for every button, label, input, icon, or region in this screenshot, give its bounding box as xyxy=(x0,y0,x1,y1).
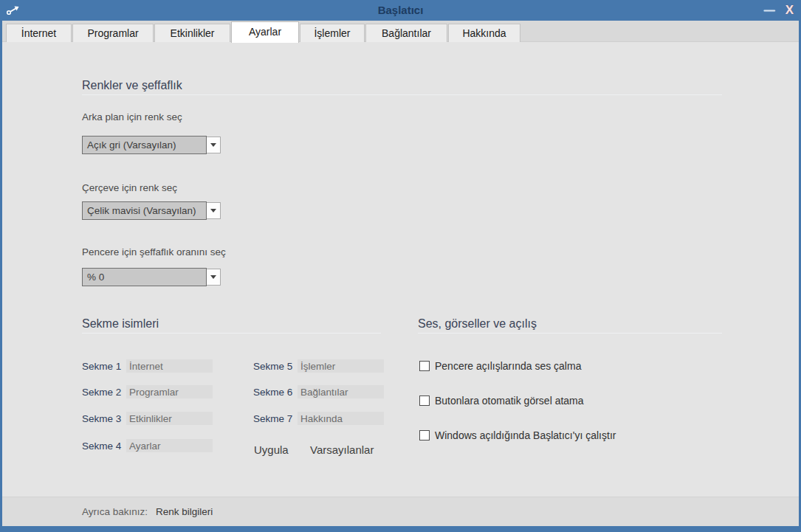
sound-checkbox-label: Pencere açılışlarında ses çalma xyxy=(435,360,581,372)
chevron-down-icon[interactable] xyxy=(207,137,221,153)
title-bar: Başlatıcı — X xyxy=(0,0,801,21)
transparency-label: Pencere için şeffaflık oranını seç xyxy=(82,246,226,258)
startup-checkbox-label: Windows açıldığında Başlatıcı'yı çalıştı… xyxy=(435,429,616,441)
sound-checkbox[interactable] xyxy=(419,361,430,371)
window-controls: — X xyxy=(764,0,794,21)
footer-bar: Ayrıca bakınız: Renk bilgileri xyxy=(2,497,799,526)
frame-color-label: Çerçeve için renk seç xyxy=(82,182,177,193)
sekme-7-label: Sekme 7 xyxy=(253,413,292,424)
sekme-2-input[interactable] xyxy=(126,385,213,398)
colors-section-title: Renkler ve şeffaflık xyxy=(82,79,182,92)
color-info-link[interactable]: Renk bilgileri xyxy=(156,506,213,517)
sekme-5-label: Sekme 5 xyxy=(253,361,292,372)
window-bottom-border xyxy=(0,526,801,532)
transparency-value: % 0 xyxy=(82,268,207,286)
settings-panel: Renkler ve şeffaflık Arka plan için renk… xyxy=(2,42,799,497)
visuals-checkbox-label: Butonlara otomatik görsel atama xyxy=(435,395,584,407)
background-color-select[interactable]: Açık gri (Varsayılan) xyxy=(82,136,221,154)
close-button[interactable]: X xyxy=(785,0,794,21)
sekme-3-label: Sekme 3 xyxy=(82,413,121,424)
sekme-4-label: Sekme 4 xyxy=(82,441,121,452)
sekme-1-label: Sekme 1 xyxy=(82,361,121,372)
transparency-select[interactable]: % 0 xyxy=(82,268,221,286)
chevron-down-icon[interactable] xyxy=(207,202,221,219)
tab-programlar[interactable]: Programlar xyxy=(72,24,154,42)
app-window: Başlatıcı — X İnternet Programlar Etkinl… xyxy=(0,0,801,532)
checkbox-row-visuals[interactable]: Butonlara otomatik görsel atama xyxy=(419,395,584,407)
startup-checkbox[interactable] xyxy=(419,430,430,441)
background-color-label: Arka plan için renk seç xyxy=(82,111,182,122)
checkbox-row-startup[interactable]: Windows açıldığında Başlatıcı'yı çalıştı… xyxy=(419,429,616,441)
sekme-7-input[interactable] xyxy=(298,412,384,425)
minimize-button[interactable]: — xyxy=(764,0,775,21)
sekme-5-input[interactable] xyxy=(298,359,384,373)
chevron-down-icon[interactable] xyxy=(207,269,221,286)
window-title: Başlatıcı xyxy=(0,0,801,21)
tab-baglantilar[interactable]: Bağlantılar xyxy=(365,24,447,42)
defaults-button[interactable]: Varsayılanlar xyxy=(310,443,374,456)
visuals-checkbox[interactable] xyxy=(419,395,430,406)
sekme-2-label: Sekme 2 xyxy=(82,387,121,398)
checkbox-row-sound[interactable]: Pencere açılışlarında ses çalma xyxy=(419,360,581,372)
colors-section-rule xyxy=(82,94,722,95)
sekme-6-label: Sekme 6 xyxy=(253,387,292,398)
see-also-label: Ayrıca bakınız: xyxy=(82,506,148,517)
frame-color-value: Çelik mavisi (Varsayılan) xyxy=(82,201,207,220)
tab-islemler[interactable]: İşlemler xyxy=(300,24,365,42)
options-section-title: Ses, görseller ve açılış xyxy=(418,317,537,331)
apply-button[interactable]: Uygula xyxy=(254,443,289,456)
sekme-3-input[interactable] xyxy=(126,412,213,425)
tab-strip: İnternet Programlar Etkinlikler Ayarlar … xyxy=(2,21,799,42)
sekme-6-input[interactable] xyxy=(298,385,384,398)
tabnames-section-title: Sekme isimleri xyxy=(82,317,159,331)
sekme-4-input[interactable] xyxy=(126,439,213,452)
frame-color-select[interactable]: Çelik mavisi (Varsayılan) xyxy=(82,201,221,220)
tab-internet[interactable]: İnternet xyxy=(6,24,72,42)
tabnames-section-rule xyxy=(82,333,381,334)
sekme-1-input[interactable] xyxy=(126,359,213,373)
background-color-value: Açık gri (Varsayılan) xyxy=(82,136,207,154)
tab-hakkinda[interactable]: Hakkında xyxy=(448,24,520,42)
tab-ayarlar[interactable]: Ayarlar xyxy=(231,21,299,43)
options-section-rule xyxy=(418,333,722,334)
tab-etkinlikler[interactable]: Etkinlikler xyxy=(154,24,230,42)
